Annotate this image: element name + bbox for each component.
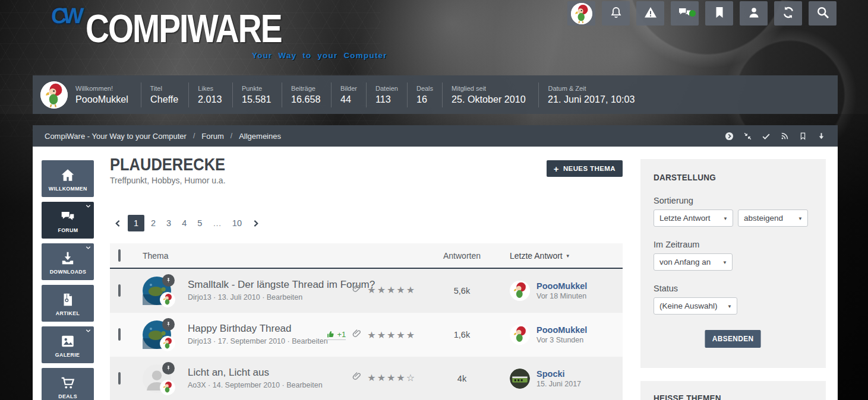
column-header-antworten[interactable]: Antworten [443, 251, 481, 261]
moderation-button[interactable] [636, 1, 664, 26]
last-reply-avatar[interactable] [510, 325, 530, 345]
page-number[interactable]: 2 [147, 215, 160, 231]
chevron-down-icon [85, 328, 91, 334]
refresh-button[interactable] [774, 1, 802, 26]
thread-checkbox[interactable] [118, 328, 121, 341]
thread-edit-link[interactable]: Bearbeiten [286, 381, 322, 389]
stat-label: Mitglied seit [452, 84, 529, 93]
thread-title[interactable]: Smalltalk - Der längste Thread im Forum? [188, 279, 375, 291]
stat-value: Cheffe [150, 93, 178, 106]
pin-icon [165, 321, 172, 328]
stat-value: 25. Oktober 2010 [452, 93, 526, 106]
last-reply-time[interactable]: 15. Juni 2017 [536, 380, 581, 388]
status-select[interactable]: (Keine Auswahl) ▼ [654, 297, 737, 315]
thread-edit-link[interactable]: Bearbeiten [292, 337, 327, 345]
downloads-submenu-toggle[interactable] [84, 244, 93, 252]
content-sheet: WILLKOMMEN FORUM DOWNLOADS ARTIKEL GALER… [33, 147, 838, 400]
bookmark-outline-icon[interactable] [798, 132, 807, 141]
stat-value: 16.658 [291, 93, 320, 106]
sort-field-select[interactable]: Letzte Antwort ▼ [654, 209, 733, 227]
chevron-right-icon [252, 219, 260, 228]
thread-author[interactable]: Dirjo13 [188, 293, 212, 301]
thread-checkbox[interactable] [118, 372, 121, 385]
page-number[interactable]: 10 [228, 215, 246, 231]
submit-button[interactable]: ABSENDEN [705, 330, 761, 348]
thread-avatar[interactable] [143, 364, 171, 393]
last-reply-info: PoooMukkel Vor 18 Minuten [536, 281, 587, 300]
sort-label: Sortierung [654, 196, 813, 205]
search-button[interactable] [809, 1, 837, 26]
thread-author[interactable]: Dirjo13 [188, 337, 212, 345]
stat-label: Bilder [340, 84, 357, 93]
select-caret-icon: ▼ [722, 260, 727, 265]
select-caret-icon: ▼ [723, 216, 728, 221]
rss-icon[interactable] [780, 132, 789, 141]
thumbs-up-icon [326, 330, 335, 339]
galerie-submenu-toggle[interactable] [84, 327, 93, 335]
thread-title[interactable]: Happy Birthday Thread [188, 323, 328, 335]
breadcrumb-home[interactable]: CompiWare - Your Way to your Computer [45, 132, 187, 141]
breadcrumb-allgemeines[interactable]: Allgemeines [239, 132, 281, 141]
mark-read-check-icon[interactable] [762, 132, 771, 141]
last-reply-user[interactable]: PoooMukkel [536, 325, 587, 335]
sidebar-item-artikel[interactable]: ARTIKEL [42, 285, 94, 322]
meta-separator: · [288, 337, 290, 345]
jump-to-bottom-icon[interactable] [817, 132, 826, 141]
sidebar-item-downloads[interactable]: DOWNLOADS [42, 243, 94, 280]
stat-label: Titel [150, 84, 180, 93]
account-button[interactable] [740, 1, 768, 26]
collapse-icon[interactable] [743, 132, 752, 141]
forum-main-column: PLAUDERECKE Treffpunkt, Hobbys, Humor u.… [110, 154, 623, 185]
thread-avatar[interactable] [143, 320, 171, 349]
like-reaction-badge[interactable]: +1 [326, 330, 346, 340]
status-label: Status [654, 284, 813, 293]
search-icon [816, 5, 830, 22]
page-number[interactable]: 5 [193, 215, 206, 231]
thread-table: Thema Antworten Letzte Antwort▼ Smalltal… [110, 243, 623, 400]
logo-monogram[interactable]: CW [50, 4, 81, 28]
last-reply-avatar[interactable] [510, 369, 530, 389]
last-reply-avatar[interactable] [510, 281, 530, 301]
sidebar-item-deals[interactable]: DEALS [42, 368, 94, 400]
notifications-button[interactable] [602, 1, 630, 26]
thread-title[interactable]: Licht an, Licht aus [188, 367, 323, 379]
column-header-letzte-antwort[interactable]: Letzte Antwort▼ [510, 251, 570, 261]
reaction-count: +1 [337, 330, 346, 339]
last-reply-user[interactable]: PoooMukkel [536, 281, 587, 291]
page-number[interactable]: 3 [162, 215, 175, 231]
stat-label: Datum & Zeit [548, 84, 639, 93]
thread-author[interactable]: Ao3X [188, 381, 206, 389]
breadcrumb-forum[interactable]: Forum [201, 132, 224, 141]
forum-submenu-toggle[interactable] [84, 202, 93, 210]
breadcrumb-bar: CompiWare - Your Way to your Computer / … [33, 125, 838, 147]
userbar-avatar[interactable] [40, 81, 68, 109]
sidebar-item-label: ARTIKEL [56, 310, 80, 316]
stat-mitglied-seit: Mitglied seit 25. Oktober 2010 [442, 82, 538, 107]
avatar-menu-button[interactable] [567, 1, 595, 26]
page-number[interactable]: 4 [178, 215, 191, 231]
sidebar-item-galerie[interactable]: GALERIE [42, 326, 94, 363]
last-reply-time[interactable]: Vor 3 Stunden [536, 336, 587, 344]
breadcrumb-separator: / [231, 132, 232, 140]
username[interactable]: PoooMukkel [75, 93, 128, 106]
thread-edit-link[interactable]: Bearbeiten [267, 293, 302, 301]
sort-direction-select[interactable]: absteigend ▼ [738, 209, 808, 227]
conversations-button[interactable] [671, 1, 699, 26]
thread-meta: Dirjo13 · 17. September 2010 · Bearbeite… [188, 336, 328, 347]
new-thread-button[interactable]: + NEUES THEMA [547, 160, 623, 177]
sidebar-item-label: GALERIE [55, 351, 80, 358]
pagination-prev[interactable] [110, 215, 125, 231]
select-all-checkbox[interactable] [118, 249, 121, 262]
site-logo[interactable]: COMPIWARE [86, 5, 282, 51]
thread-checkbox[interactable] [118, 284, 121, 297]
bookmarks-button[interactable] [705, 1, 733, 26]
last-reply-time[interactable]: Vor 18 Minuten [536, 292, 587, 300]
thread-avatar[interactable] [143, 277, 171, 305]
last-reply-user[interactable]: Spocki [536, 369, 581, 379]
sidebar-item-willkommen[interactable]: WILLKOMMEN [42, 160, 94, 197]
go-circle-icon[interactable] [725, 132, 734, 141]
sidebar-item-forum[interactable]: FORUM [42, 202, 94, 239]
period-select[interactable]: von Anfang an ▼ [654, 253, 733, 271]
pin-icon [165, 277, 172, 284]
pagination-next[interactable] [248, 215, 264, 231]
